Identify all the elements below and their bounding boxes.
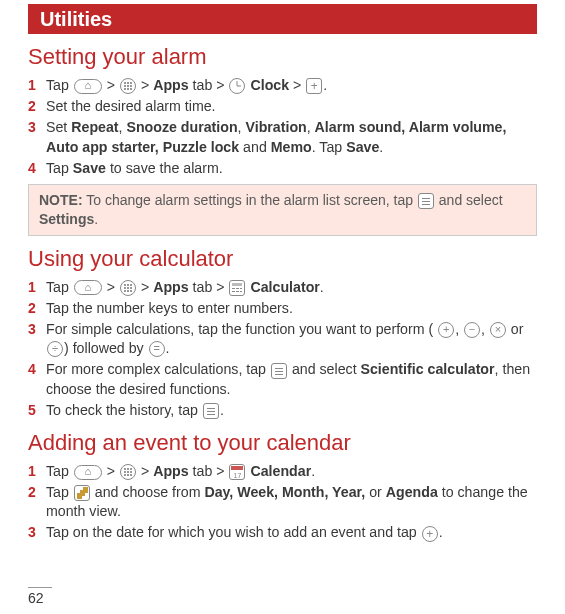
snooze-label: Snooze duration: [126, 119, 237, 135]
alarm-steps: Tap > > Apps tab > Clock > . Set the des…: [28, 76, 537, 178]
apps-grid-icon: [120, 280, 136, 296]
text: >: [289, 77, 305, 93]
minus-op-icon: −: [464, 322, 480, 338]
page-number: 62: [28, 587, 52, 606]
text: Tap: [46, 279, 73, 295]
view-options-label: Day, Week, Month, Year,: [204, 484, 365, 500]
vibration-label: Vibration: [245, 119, 306, 135]
utilities-title-text: Utilities: [40, 8, 112, 30]
clock-icon: [229, 78, 245, 94]
note-label: NOTE:: [39, 192, 83, 208]
save-label: Save: [73, 160, 106, 176]
scientific-label: Scientific calculator: [361, 361, 495, 377]
text: .: [311, 463, 315, 479]
clock-label: Clock: [250, 77, 289, 93]
text: tab >: [189, 279, 229, 295]
home-icon: [74, 280, 102, 295]
page-content: Utilities Setting your alarm Tap > > App…: [0, 4, 565, 543]
text: or: [507, 321, 524, 337]
agenda-label: Agenda: [386, 484, 438, 500]
text: For simple calculations, tap the functio…: [46, 321, 437, 337]
note-end: .: [94, 211, 98, 227]
text: Set: [46, 119, 71, 135]
calc-step-1: Tap > > Apps tab > Calculator.: [28, 278, 537, 297]
utilities-header: Utilities: [28, 4, 537, 34]
calc-step-4: For more complex calculations, tap and s…: [28, 360, 537, 398]
text: .: [320, 279, 324, 295]
text: .: [379, 139, 383, 155]
text: Tap: [46, 160, 73, 176]
add-event-icon: [422, 526, 438, 542]
alarm-step-1: Tap > > Apps tab > Clock > .: [28, 76, 537, 95]
alarm-step-4: Tap Save to save the alarm.: [28, 159, 537, 178]
text: ,: [481, 321, 489, 337]
text: and: [239, 139, 271, 155]
text: For more complex calculations, tap: [46, 361, 270, 377]
text: tab >: [189, 77, 229, 93]
plus-op-icon: +: [438, 322, 454, 338]
section-title-calendar: Adding an event to your calendar: [28, 430, 537, 456]
note-box: NOTE: To change alarm settings in the al…: [28, 184, 537, 236]
text: tab >: [189, 463, 229, 479]
text: Tap: [46, 484, 73, 500]
calculator-label: Calculator: [250, 279, 319, 295]
cal-step-2: Tap and choose from Day, Week, Month, Ye…: [28, 483, 537, 521]
calculator-icon: [229, 280, 245, 296]
calendar-steps: Tap > > Apps tab > Calendar. Tap and cho…: [28, 462, 537, 543]
text: ) followed by: [64, 340, 148, 356]
text: and select: [288, 361, 361, 377]
equals-op-icon: =: [149, 341, 165, 357]
apps-label: Apps: [153, 279, 188, 295]
alarm-step-2: Set the desired alarm time.: [28, 97, 537, 116]
apps-grid-icon: [120, 78, 136, 94]
note-text: To change alarm settings in the alarm li…: [83, 192, 417, 208]
menu-icon: [418, 193, 434, 209]
alarm-step-3: Set Repeat, Snooze duration, Vibration, …: [28, 118, 537, 156]
text: Tap on the date for which you wish to ad…: [46, 524, 421, 540]
section-title-alarm: Setting your alarm: [28, 44, 537, 70]
apps-grid-icon: [120, 464, 136, 480]
calendar-icon: [229, 464, 245, 480]
text: .: [220, 402, 224, 418]
menu-icon: [203, 403, 219, 419]
text: to save the alarm.: [106, 160, 223, 176]
apps-label: Apps: [153, 463, 188, 479]
text: . Tap: [312, 139, 346, 155]
text: Tap: [46, 463, 73, 479]
plus-icon: [306, 78, 322, 94]
cal-step-3: Tap on the date for which you wish to ad…: [28, 523, 537, 542]
home-icon: [74, 465, 102, 480]
multiply-op-icon: ×: [490, 322, 506, 338]
text: or: [365, 484, 386, 500]
home-icon: [74, 79, 102, 94]
cal-step-1: Tap > > Apps tab > Calendar.: [28, 462, 537, 481]
settings-label: Settings: [39, 211, 94, 227]
text: and choose from: [91, 484, 205, 500]
menu-icon: [271, 363, 287, 379]
calendar-label: Calendar: [250, 463, 311, 479]
calc-step-5: To check the history, tap .: [28, 401, 537, 420]
text: ,: [307, 119, 315, 135]
calc-step-2: Tap the number keys to enter numbers.: [28, 299, 537, 318]
section-title-calculator: Using your calculator: [28, 246, 537, 272]
note-text: and select: [435, 192, 503, 208]
text: To check the history, tap: [46, 402, 202, 418]
text: Tap: [46, 77, 73, 93]
repeat-label: Repeat: [71, 119, 118, 135]
memo-label: Memo: [271, 139, 312, 155]
text: ,: [455, 321, 463, 337]
divide-op-icon: ÷: [47, 341, 63, 357]
apps-label: Apps: [153, 77, 188, 93]
view-tabs-icon: [74, 485, 90, 501]
save-label: Save: [346, 139, 379, 155]
text: .: [166, 340, 170, 356]
calculator-steps: Tap > > Apps tab > Calculator. Tap the n…: [28, 278, 537, 420]
text: .: [439, 524, 443, 540]
calc-step-3: For simple calculations, tap the functio…: [28, 320, 537, 358]
